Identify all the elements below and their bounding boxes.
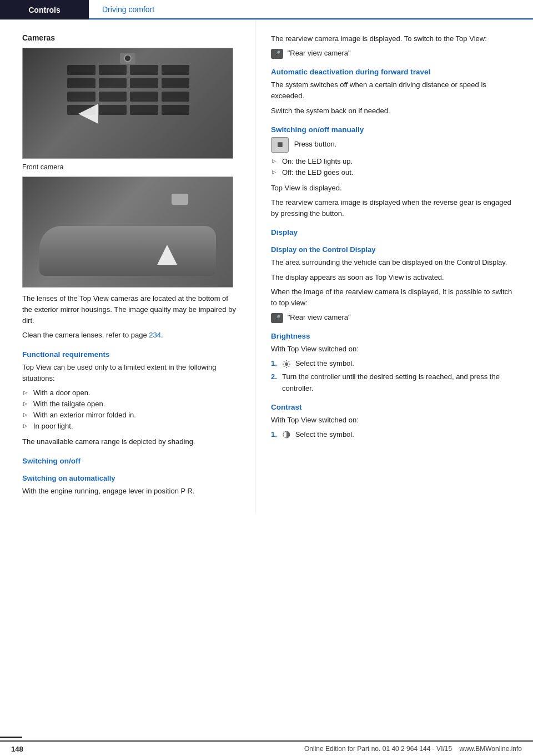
edition-text: Online Edition for Part no. 01 40 2 964 …: [304, 745, 452, 753]
list-item: With an exterior mirror folded in.: [22, 410, 239, 421]
clean-lenses-label: Clean the camera lenses, refer to page: [22, 331, 149, 339]
rearview-voice: 🎤 "Rear view camera": [271, 48, 515, 59]
top-view-desc: The lenses of the Top View cameras are l…: [22, 293, 239, 326]
auto-deact-desc1: The system switches off when a certain d…: [271, 79, 515, 102]
contrast-step1-text: Select the symbol.: [295, 430, 354, 439]
website-text: www.BMWonline.info: [460, 745, 522, 753]
list-item-off-led: Off: the LED goes out.: [271, 167, 515, 178]
car-body-graphic: [39, 226, 216, 276]
brightness-step-2: 2. Turn the controller until the desired…: [271, 371, 515, 394]
controls-label: Controls: [28, 6, 61, 14]
page-line: [0, 737, 22, 738]
svg-line-5: [284, 361, 285, 362]
display-voice-text: "Rear view camera": [288, 313, 351, 321]
rearview-desc1: The rearview camera image is displayed. …: [271, 33, 515, 44]
display-control-sub: Display on the Control Display: [271, 245, 515, 254]
contrast-steps: 1. Select the symbol.: [271, 429, 515, 440]
camera-icon: [120, 53, 135, 64]
svg-line-7: [289, 361, 290, 362]
driving-comfort-label: Driving comfort: [102, 5, 154, 14]
page-footer: 148 Online Edition for Part no. 01 40 2 …: [0, 740, 533, 756]
functional-bullets: With a door open. With the tailgate open…: [22, 387, 239, 432]
display-desc1: The area surrounding the vehicle can be …: [271, 257, 515, 268]
page-number: 148: [11, 745, 23, 753]
svg-point-0: [285, 362, 288, 366]
edition-info: Online Edition for Part no. 01 40 2 964 …: [304, 745, 522, 753]
rearview-voice-text: "Rear view camera": [288, 49, 351, 57]
functional-req-heading: Functional requirements: [22, 350, 239, 359]
top-view-displayed: Top View is displayed.: [271, 183, 515, 194]
brightness-steps: 1. Select the symbol. 2. Turn the contro…: [271, 358, 515, 394]
contrast-sub: Contrast: [271, 403, 515, 411]
mirror-graphic: [172, 194, 188, 205]
functional-desc: Top View can be used only to a limited e…: [22, 362, 239, 384]
voice-icon: 🎤: [271, 49, 283, 59]
brightness-step1-text: Select the symbol.: [295, 359, 354, 367]
svg-line-6: [289, 366, 290, 367]
svg-line-8: [284, 366, 285, 367]
auto-deact-heading: Automatic deactivation during forward tr…: [271, 68, 515, 76]
switching-heading: Switching on/off: [22, 457, 239, 465]
press-button-icon: [271, 137, 289, 153]
left-column: Cameras Front camera The lenses of the T…: [0, 20, 255, 513]
display-voice: 🎤 "Rear view camera": [271, 312, 515, 323]
clean-lenses-text: Clean the camera lenses, refer to page 2…: [22, 330, 239, 341]
switching-manual-sub: Switching on/off manually: [271, 125, 515, 134]
page-header: Controls Driving comfort: [0, 0, 533, 20]
arrow-left-icon: [78, 104, 98, 124]
list-item: With a door open.: [22, 387, 239, 399]
front-camera-caption: Front camera: [22, 163, 239, 171]
clean-lenses-period: .: [161, 331, 163, 339]
contrast-step-1: 1. Select the symbol.: [271, 429, 515, 440]
led-bullets: On: the LED lights up. Off: the LED goes…: [271, 156, 515, 178]
switching-on-auto-sub: Switching on automatically: [22, 474, 239, 482]
rearview-camera-desc2: The rearview camera image is displayed w…: [271, 197, 515, 219]
press-button-row: Press button.: [271, 137, 515, 153]
contrast-step-number: 1.: [271, 429, 277, 440]
half-circle-icon: [282, 430, 291, 439]
clean-lenses-page[interactable]: 234: [149, 331, 161, 339]
sun-icon: [282, 360, 291, 369]
list-item-on-led: On: the LED lights up.: [271, 156, 515, 167]
list-item: In poor light.: [22, 421, 239, 432]
unavailable-text: The unavailable camera range is depicted…: [22, 436, 239, 447]
main-content: Cameras Front camera The lenses of the T…: [0, 20, 533, 513]
auto-deact-desc2: Switch the system back on if needed.: [271, 105, 515, 117]
step-number: 1.: [271, 358, 277, 369]
display-heading: Display: [271, 228, 515, 236]
controls-tab[interactable]: Controls: [0, 0, 89, 19]
display-desc3: When the image of the rearview camera is…: [271, 286, 515, 309]
arrow-up-icon: [157, 245, 177, 265]
front-camera-image: [22, 48, 233, 159]
contrast-desc: With Top View switched on:: [271, 415, 515, 426]
brightness-sub: Brightness: [271, 332, 515, 340]
cameras-heading: Cameras: [22, 33, 239, 42]
voice-icon-2: 🎤: [271, 313, 283, 323]
display-desc2: The display appears as soon as Top View …: [271, 272, 515, 283]
brightness-desc: With Top View switched on:: [271, 344, 515, 355]
switching-on-auto-desc: With the engine running, engage lever in…: [22, 486, 239, 497]
step-number-2: 2.: [271, 371, 277, 382]
press-button-text: Press button.: [294, 140, 337, 148]
driving-comfort-tab[interactable]: Driving comfort: [89, 0, 533, 19]
side-camera-image: [22, 177, 233, 288]
list-item: With the tailgate open.: [22, 399, 239, 410]
right-column: The rearview camera image is displayed. …: [255, 20, 533, 513]
brightness-step-1: 1. Select the symbol.: [271, 358, 515, 369]
brightness-step2-text: Turn the controller until the desired se…: [282, 372, 500, 392]
